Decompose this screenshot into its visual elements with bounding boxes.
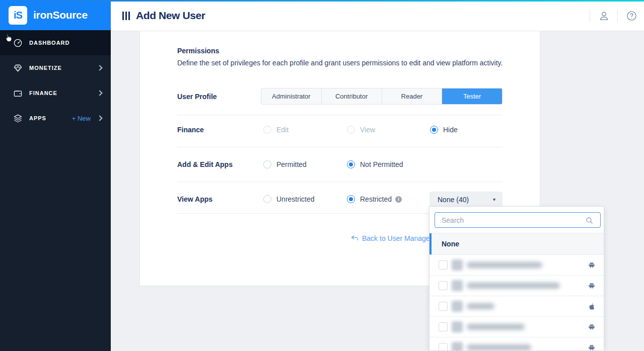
sidebar-nav: DASHBOARD MONETIZE <box>0 30 111 131</box>
ironsource-logo-mark: iS <box>9 6 27 25</box>
row-divider <box>177 147 503 147</box>
redacted-app-name <box>467 324 525 330</box>
radio-icon <box>263 195 271 203</box>
android-icon <box>588 282 595 289</box>
app-thumbnail-redacted <box>452 280 463 291</box>
finance-label: Finance <box>177 126 204 134</box>
profile-option-administrator[interactable]: Administrator <box>261 89 322 104</box>
android-icon <box>588 344 595 351</box>
radio-selected-icon <box>347 195 355 203</box>
radio-icon <box>263 160 271 168</box>
checkbox[interactable] <box>439 302 448 311</box>
sidebar-item-label: MONETIZE <box>29 65 98 71</box>
add-new-user-screen: iS ironSource DASHBOARD MONE <box>0 0 644 351</box>
checkbox[interactable] <box>439 260 448 270</box>
page-title-group: Add New User <box>122 0 205 31</box>
apps-select-value: None (40) <box>438 196 493 204</box>
hand-cursor-icon <box>3 33 14 45</box>
caret-down-icon: ▾ <box>493 197 495 202</box>
sidebar-item-monetize[interactable]: MONETIZE <box>0 55 111 80</box>
dropdown-app-row[interactable] <box>430 296 604 316</box>
header-divider <box>590 9 590 22</box>
finance-option-hide[interactable]: Hide <box>430 126 458 134</box>
layers-icon <box>13 114 23 123</box>
checkbox[interactable] <box>439 343 448 351</box>
user-account-icon[interactable] <box>597 9 610 22</box>
wallet-icon <box>13 89 23 98</box>
android-icon <box>588 261 595 269</box>
apps-select-dropdown[interactable]: None (40) ▾ <box>430 192 503 207</box>
permissions-title: Permissions <box>177 47 219 55</box>
app-thumbnail-redacted <box>452 321 463 332</box>
app-thumbnail-redacted <box>452 301 463 312</box>
radio-selected-icon <box>347 160 355 168</box>
radio-selected-icon <box>430 126 438 134</box>
profile-option-tester[interactable]: Tester <box>442 89 502 104</box>
chevron-right-icon <box>97 65 102 70</box>
search-input[interactable] <box>435 212 601 228</box>
app-thumbnail-redacted <box>452 342 463 351</box>
profile-option-contributor[interactable]: Contributor <box>322 89 382 104</box>
sidebar-item-label: APPS <box>29 115 72 121</box>
info-icon[interactable]: i <box>395 196 402 203</box>
radio-icon <box>263 126 271 134</box>
brand-logo[interactable]: iS ironSource <box>0 0 111 30</box>
radio-icon <box>347 126 355 134</box>
platform-icon-slot <box>588 303 596 310</box>
apple-icon <box>588 303 596 310</box>
permissions-description: Define the set of privileges for each pr… <box>177 59 503 67</box>
chevron-right-icon <box>97 115 102 121</box>
finance-option-view[interactable]: View <box>347 126 375 134</box>
checkbox[interactable] <box>439 281 448 290</box>
sidebar-item-dashboard[interactable]: DASHBOARD <box>0 30 111 55</box>
back-arrow-icon <box>350 234 359 242</box>
user-profile-label: User Profile <box>177 93 217 101</box>
row-divider <box>177 182 503 182</box>
sidebar-item-finance[interactable]: FINANCE <box>0 80 111 106</box>
platform-icon-slot <box>588 261 596 269</box>
header-divider <box>617 9 618 22</box>
dropdown-search-section <box>430 207 604 233</box>
view-apps-label: View Apps <box>177 195 212 203</box>
apps-add-new-link[interactable]: + New <box>72 115 91 122</box>
android-icon <box>588 323 595 330</box>
gauge-icon <box>13 38 23 48</box>
dropdown-app-row[interactable] <box>430 275 604 296</box>
view-apps-option-unrestricted[interactable]: Unrestricted <box>263 195 314 203</box>
chevron-right-icon <box>97 90 102 96</box>
platform-icon-slot <box>588 323 596 330</box>
menu-bars-icon[interactable] <box>122 12 130 20</box>
user-profile-segmented-control: Administrator Contributor Reader Tester <box>261 88 503 105</box>
sidebar: iS ironSource DASHBOARD MONE <box>0 0 111 351</box>
finance-option-edit[interactable]: Edit <box>263 126 289 134</box>
add-edit-apps-option-not-permitted[interactable]: Not Permitted <box>347 160 403 168</box>
apps-dropdown-panel: None <box>429 206 604 351</box>
page-title: Add New User <box>136 10 205 22</box>
dropdown-app-row[interactable] <box>430 254 604 275</box>
row-divider <box>177 115 503 115</box>
ironsource-logo-text: ironSource <box>33 9 88 21</box>
dropdown-app-row[interactable] <box>430 337 604 351</box>
profile-option-reader[interactable]: Reader <box>382 89 443 104</box>
dropdown-app-row[interactable] <box>430 316 604 337</box>
add-edit-apps-option-permitted[interactable]: Permitted <box>263 160 307 168</box>
sidebar-item-label: DASHBOARD <box>29 40 102 46</box>
top-gradient-bar <box>0 0 644 2</box>
checkbox[interactable] <box>439 322 448 331</box>
help-icon[interactable] <box>625 9 638 22</box>
add-edit-apps-label: Add & Edit Apps <box>177 160 233 168</box>
app-thumbnail-redacted <box>452 259 463 271</box>
header-actions <box>583 0 638 31</box>
view-apps-option-restricted[interactable]: Restricted i <box>347 195 402 203</box>
redacted-app-name <box>467 344 531 350</box>
redacted-app-name <box>467 283 560 289</box>
platform-icon-slot <box>588 344 596 351</box>
sidebar-item-label: FINANCE <box>29 90 98 96</box>
sidebar-item-apps[interactable]: APPS + New <box>0 106 111 131</box>
redacted-app-name <box>467 303 494 309</box>
redacted-app-name <box>467 262 542 268</box>
platform-icon-slot <box>588 282 596 289</box>
diamond-icon <box>13 63 23 73</box>
dropdown-item-none[interactable]: None <box>430 233 604 254</box>
page-header: Add New User <box>111 0 644 31</box>
